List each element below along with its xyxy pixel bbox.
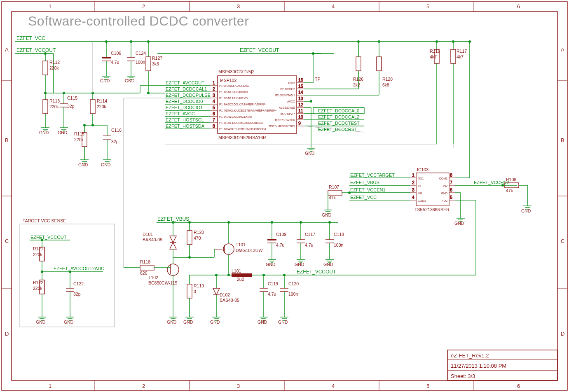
frame-row: C [561,238,564,244]
svg-text:4: 4 [412,195,414,200]
frame-row: B [561,137,564,143]
net-label: EZFET_VBUS [157,216,189,222]
svg-point-185 [357,40,360,43]
frame-col: 4 [332,3,335,9]
svg-text:R108: R108 [506,177,516,182]
svg-text:GND: GND [100,78,110,83]
svg-text:EZFET_DCDCCAL0: EZFET_DCDCCAL0 [318,108,359,113]
svg-text:GND: GND [322,212,332,217]
cap-C120: C120 100n GND [278,274,299,324]
svg-text:GND: GND [183,320,193,324]
msp-left-nets: EZFET_AVCCOUT EZFET_DCDCCAL1 EZFET_DCDCP… [140,80,211,129]
frame-col: 5 [426,383,429,389]
res-R115: R115 220k GND [74,124,89,167]
svg-text:COM1: COM1 [439,177,447,180]
svg-text:IN2: IN2 [443,184,447,187]
svg-text:R114: R114 [97,98,107,103]
svg-text:P1.7/CAOUT/UCB0SIMO/UCB0SDA: P1.7/CAOUT/UCB0SIMO/UCB0SDA [219,128,267,131]
frame-row: A [561,47,564,53]
svg-point-46 [147,40,150,43]
svg-text:P2.7/XOUT: P2.7/XOUT [280,88,295,91]
svg-text:100n: 100n [334,243,344,247]
svg-text:12: 12 [298,102,303,107]
svg-point-310 [167,264,179,275]
svg-point-352 [41,239,43,241]
svg-text:EZFET_AVCC: EZFET_AVCC [166,111,195,116]
svg-point-242 [468,40,471,43]
svg-point-81 [91,124,94,126]
svg-text:T102: T102 [148,275,158,280]
frame-col: 5 [426,3,429,9]
svg-text:220k: 220k [97,104,107,109]
frame-col: 2 [142,383,145,389]
res-R120: R120 470 [187,221,204,255]
page-title: Software-controlled DCDC converter [28,14,249,28]
svg-point-304 [188,256,191,259]
svg-text:3: 3 [213,93,215,98]
svg-text:GND: GND [521,208,531,213]
svg-point-342 [283,274,286,276]
svg-text:32p: 32p [73,292,81,296]
res-R117: R117 4k7 [451,40,467,144]
svg-point-332 [227,274,230,276]
svg-text:100n: 100n [288,292,298,296]
svg-text:GND: GND [210,320,220,324]
svg-text:GND: GND [78,162,88,167]
svg-text:MSP430G2X[1/5]2: MSP430G2X[1/5]2 [218,69,255,74]
cap-C119: C119 4.7u GND [258,274,278,324]
svg-point-295 [223,244,234,254]
svg-text:5: 5 [213,105,215,110]
svg-text:TEST/SBWTCK: TEST/SBWTCK [274,119,295,121]
frame-col: 6 [517,383,520,389]
title-block: eZ-FET_Rev1.2 11/27/2013 1:10:08 PM Shee… [447,350,557,380]
svg-text:220k: 220k [49,65,59,70]
ic-MSP102: MSP430G2X[1/5]2 MSP102 MSP430G2452IRSA16… [210,69,304,140]
svg-text:15: 15 [298,84,303,89]
svg-text:7: 7 [213,117,215,122]
res-R113: R113 220k GND [39,92,60,135]
svg-text:EZFET_DCDCIO1: EZFET_DCDCIO1 [166,105,203,110]
svg-marker-324 [213,288,220,295]
svg-text:C109: C109 [276,232,286,237]
svg-text:R113: R113 [49,98,60,103]
schematic-sheet: 1 2 3 4 5 6 1 2 3 4 5 6 A B C D A B C D … [0,0,569,392]
svg-text:EZFET_DCDCCAL2: EZFET_DCDCCAL2 [318,114,359,119]
svg-text:47k: 47k [329,195,336,200]
svg-text:GND: GND [295,262,304,267]
cap-C117: C117 4.7u GND [295,221,315,267]
res-R112: R112 220k [43,52,60,93]
svg-text:EZFET_AVCCOUT: EZFET_AVCCOUT [166,80,204,85]
svg-text:16: 16 [298,77,303,82]
svg-text:R122: R122 [33,280,43,285]
frame-col: 3 [237,3,240,9]
svg-text:220k: 220k [74,137,84,142]
svg-text:DVcc: DVcc [288,82,295,84]
svg-text:C122: C122 [73,281,84,286]
frame-col: 1 [49,3,52,9]
svg-text:EZFET_DCDCCAL1: EZFET_DCDCCAL1 [166,86,207,91]
net-label: EZFET_VCC [16,35,45,41]
titleblock-title: eZ-FET_Rev1.2 [451,352,489,359]
svg-text:EZFET_VCCOUT: EZFET_VCCOUT [30,235,67,240]
svg-text:DMG1013UW: DMG1013UW [236,248,262,253]
svg-text:C124: C124 [136,51,146,56]
svg-text:P1.3/ADC10CLK/A3/VREF-/VEREF-: P1.3/ADC10CLK/A3/VREF-/VEREF- [219,103,266,106]
svg-text:EZFET_DCDCIO0: EZFET_DCDCIO0 [166,99,203,104]
res-R116: R116 4k7 [430,40,440,144]
svg-text:P1.1/TA0.0/UCA0RXD: P1.1/TA0.0/UCA0RXD [219,91,248,93]
svg-text:IN1: IN1 [418,192,422,195]
svg-text:GND: GND [258,320,267,324]
svg-text:470: 470 [194,236,201,240]
svg-point-365 [69,271,71,273]
svg-text:GND: GND [125,78,135,83]
titleblock-sheet: Sheet: 3/3 [451,373,475,379]
svg-point-190 [378,40,380,43]
frame-row: D [5,331,9,337]
svg-text:2: 2 [213,86,215,91]
cap-C109: C109 4.7u GND [266,221,286,267]
svg-text:8: 8 [450,173,452,177]
svg-text:D102: D102 [220,292,230,297]
frame-col: 2 [142,3,145,9]
svg-text:7: 7 [450,180,452,185]
frame-col: 3 [237,383,240,389]
